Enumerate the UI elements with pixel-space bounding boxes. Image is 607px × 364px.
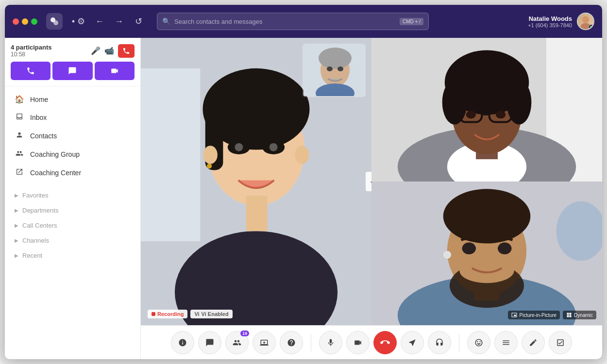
maximize-button[interactable] xyxy=(31,18,37,25)
favorites-label: Favorites xyxy=(22,192,48,199)
sidebar-item-coaching-center[interactable]: Coaching Center xyxy=(5,164,140,182)
departments-arrow: ▶ xyxy=(15,208,18,213)
home-icon: 🏠 xyxy=(15,95,24,104)
recent-label: Recent xyxy=(22,252,42,259)
close-button[interactable] xyxy=(13,18,19,25)
user-name: Natalie Woods xyxy=(528,15,572,22)
call-controls: 4 participants 10:58 🎤 📹 xyxy=(5,38,140,86)
participant-count: 4 participants xyxy=(11,44,52,51)
channels-label: Channels xyxy=(22,237,49,244)
share-button[interactable] xyxy=(401,331,424,354)
traffic-lights xyxy=(13,18,37,25)
settings-button[interactable]: ⚙ xyxy=(69,14,85,29)
participants-count: 19 xyxy=(240,331,249,336)
svg-point-2 xyxy=(582,16,589,23)
nav-buttons: ← → ↺ xyxy=(92,14,146,29)
task-button[interactable] xyxy=(549,331,572,354)
svg-point-13 xyxy=(207,164,212,168)
video-button[interactable] xyxy=(95,62,135,80)
svg-point-23 xyxy=(337,66,343,71)
video-participant-2 xyxy=(371,38,602,182)
camera-toolbar-button[interactable] xyxy=(346,331,370,354)
svg-point-1 xyxy=(53,20,58,25)
svg-point-40 xyxy=(496,111,506,118)
svg-point-50 xyxy=(498,243,512,254)
search-icon: 🔍 xyxy=(162,17,170,25)
mic-button[interactable] xyxy=(319,331,342,354)
contacts-label: Contacts xyxy=(30,132,57,140)
action-buttons xyxy=(11,62,135,80)
forward-button[interactable]: → xyxy=(111,14,127,29)
search-bar: 🔍 CMD + / xyxy=(157,13,429,30)
participants-button[interactable]: 19 xyxy=(225,331,249,354)
recent-group[interactable]: ▶ Recent xyxy=(5,248,140,263)
call-centers-group[interactable]: ▶ Call Centers xyxy=(5,218,140,233)
camera-icon[interactable]: 📹 xyxy=(104,46,114,55)
toolbar-group-right xyxy=(467,331,572,354)
collapse-sidebar-button[interactable]: ‹ xyxy=(366,172,371,191)
main-content: 4 participants 10:58 🎤 📹 xyxy=(5,38,602,359)
help-button[interactable] xyxy=(280,331,303,354)
svg-point-46 xyxy=(443,189,531,243)
online-status xyxy=(589,25,594,30)
toolbar-group-center xyxy=(319,331,451,354)
end-call-toolbar-button[interactable] xyxy=(373,331,397,354)
end-call-button[interactable] xyxy=(118,44,135,58)
departments-label: Departments xyxy=(22,207,58,214)
sidebar: 4 participants 10:58 🎤 📹 xyxy=(5,38,141,359)
departments-group[interactable]: ▶ Departments xyxy=(5,203,140,218)
search-input[interactable] xyxy=(174,18,396,25)
emoji-button[interactable] xyxy=(467,331,490,354)
recent-arrow: ▶ xyxy=(15,253,18,258)
search-shortcut: CMD + / xyxy=(400,18,423,25)
headset-button[interactable] xyxy=(428,331,451,354)
channels-group[interactable]: ▶ Channels xyxy=(5,233,140,248)
favorites-arrow: ▶ xyxy=(15,193,18,198)
toolbar-separator-2 xyxy=(459,334,459,351)
contacts-icon xyxy=(15,131,24,141)
refresh-button[interactable]: ↺ xyxy=(131,14,146,29)
svg-point-12 xyxy=(295,146,309,164)
sidebar-item-inbox[interactable]: Inbox xyxy=(5,108,140,127)
channels-arrow: ▶ xyxy=(15,238,18,243)
avatar xyxy=(577,13,594,30)
chat-toolbar-button[interactable] xyxy=(198,331,221,354)
minimize-button[interactable] xyxy=(22,18,28,25)
user-phone: +1 (604) 359-7840 xyxy=(528,22,572,28)
favorites-group[interactable]: ▶ Favorites xyxy=(5,188,140,203)
svg-rect-5 xyxy=(141,68,200,241)
app-logo xyxy=(46,13,63,30)
svg-point-16 xyxy=(235,143,243,151)
call-timer: 10:58 xyxy=(11,51,52,58)
back-button[interactable]: ← xyxy=(92,14,107,29)
video-main-participant: Recording Vi Vi Enabled ‹ xyxy=(141,38,371,325)
video-badges: Recording Vi Vi Enabled xyxy=(148,310,233,318)
svg-point-39 xyxy=(466,111,476,118)
svg-point-51 xyxy=(443,251,451,259)
titlebar: ⚙ ← → ↺ 🔍 CMD + / Natalie Woods +1 (604)… xyxy=(5,5,602,38)
svg-point-32 xyxy=(442,80,467,125)
sidebar-item-contacts[interactable]: Contacts xyxy=(5,127,140,145)
share-screen-button[interactable] xyxy=(253,331,276,354)
sidebar-groups: ▶ Favorites ▶ Departments ▶ Call Centers… xyxy=(5,186,140,265)
bottom-toolbar: 19 xyxy=(141,325,602,359)
home-label: Home xyxy=(30,96,48,103)
sidebar-item-home[interactable]: 🏠 Home xyxy=(5,90,140,108)
edit-button[interactable] xyxy=(522,331,545,354)
thumbnail-participant xyxy=(303,44,366,97)
info-button[interactable] xyxy=(171,331,194,354)
svg-point-17 xyxy=(270,143,278,151)
notes-button[interactable] xyxy=(494,331,518,354)
video-participant-3: Picture-in-Picture Dynamic xyxy=(371,182,602,325)
vi-enabled-badge: Vi Vi Enabled xyxy=(190,310,232,318)
toolbar-group-left: 19 xyxy=(171,331,303,354)
video-right-overlays: Picture-in-Picture Dynamic xyxy=(508,311,596,319)
svg-point-22 xyxy=(327,66,333,71)
sidebar-item-coaching-group[interactable]: Coaching Group xyxy=(5,145,140,164)
mic-icon[interactable]: 🎤 xyxy=(91,46,101,55)
coaching-center-label: Coaching Center xyxy=(30,169,81,177)
phone-button[interactable] xyxy=(11,62,51,80)
chat-button[interactable] xyxy=(52,62,92,80)
call-centers-arrow: ▶ xyxy=(15,223,18,228)
nav-section: 🏠 Home Inbox xyxy=(5,86,140,186)
